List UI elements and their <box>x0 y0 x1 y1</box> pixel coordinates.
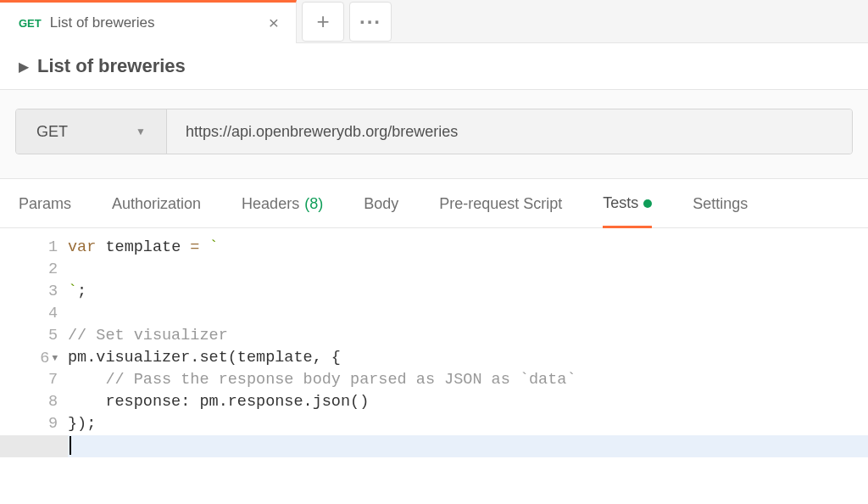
tab-settings[interactable]: Settings <box>693 194 748 227</box>
line-number: 4 <box>0 303 58 325</box>
code-line[interactable]: // Pass the response body parsed as JSON… <box>68 369 868 391</box>
url-input[interactable] <box>167 109 852 154</box>
code-editor[interactable]: 123456▼78910 var template = ``;// Set vi… <box>0 228 868 457</box>
code-line[interactable]: // Set visualizer <box>68 325 868 347</box>
tab-tests[interactable]: Tests <box>603 194 652 228</box>
tab-prerequest[interactable]: Pre-request Script <box>439 194 562 227</box>
code-content[interactable]: var template = ``;// Set visualizerpm.vi… <box>68 237 868 457</box>
code-line[interactable] <box>68 435 868 457</box>
line-number: 8 <box>0 391 58 413</box>
headers-count-badge: (8) <box>304 195 323 213</box>
line-number: 6▼ <box>0 347 58 369</box>
tab-body[interactable]: Body <box>364 194 398 227</box>
code-line[interactable]: var template = ` <box>68 237 868 259</box>
close-icon[interactable]: × <box>264 13 284 33</box>
chevron-down-icon: ▼ <box>136 126 146 137</box>
method-label: GET <box>36 123 136 141</box>
code-line[interactable]: response: pm.response.json() <box>68 391 868 413</box>
more-options-button[interactable]: ··· <box>349 2 392 42</box>
tab-bar: GET List of breweries × + ··· <box>0 0 868 43</box>
line-number: 2 <box>0 259 58 281</box>
code-line[interactable]: pm.visualizer.set(template, { <box>68 347 868 369</box>
code-line[interactable] <box>68 259 868 281</box>
line-number: 9 <box>0 413 58 435</box>
tests-indicator-dot-icon <box>643 199 652 208</box>
tab-title: List of breweries <box>50 14 264 31</box>
line-gutter: 123456▼78910 <box>0 237 68 457</box>
tab-params[interactable]: Params <box>19 194 71 227</box>
request-title: List of breweries <box>37 55 186 77</box>
url-bar: GET ▼ <box>15 109 853 154</box>
line-number: 5 <box>0 325 58 347</box>
tab-method-badge: GET <box>19 17 42 30</box>
fold-arrow-icon[interactable]: ▼ <box>52 347 58 369</box>
request-tab[interactable]: GET List of breweries × <box>0 0 297 43</box>
code-line[interactable]: }); <box>68 413 868 435</box>
url-section: GET ▼ <box>0 90 868 179</box>
sub-tabs: Params Authorization Headers (8) Body Pr… <box>0 179 868 228</box>
tab-headers[interactable]: Headers (8) <box>242 194 323 227</box>
tab-authorization[interactable]: Authorization <box>112 194 201 227</box>
add-tab-button[interactable]: + <box>302 2 344 42</box>
code-line[interactable]: `; <box>68 281 868 303</box>
line-number: 1 <box>0 237 58 259</box>
line-number: 3 <box>0 281 58 303</box>
request-header: ▶ List of breweries <box>0 43 868 90</box>
line-number: 7 <box>0 369 58 391</box>
method-select[interactable]: GET ▼ <box>16 109 167 154</box>
code-line[interactable] <box>68 303 868 325</box>
collapse-arrow-icon[interactable]: ▶ <box>19 59 29 75</box>
